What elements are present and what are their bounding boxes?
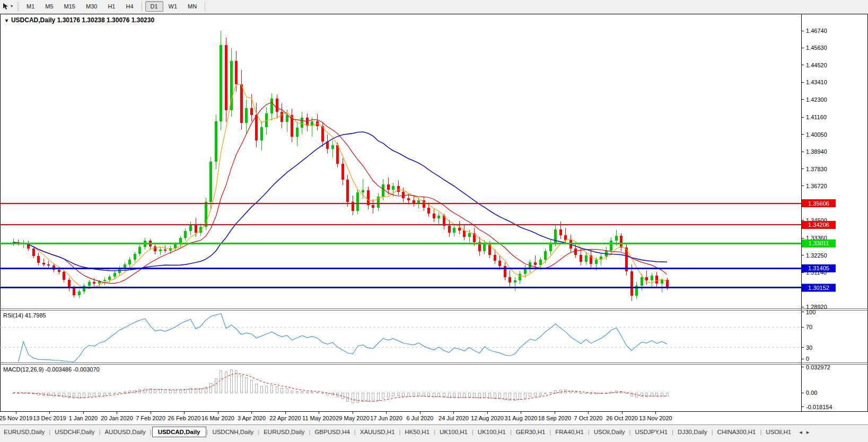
symbol-tab-uk100-h1[interactable]: UK100,H1	[436, 427, 471, 437]
rsi-tick-label: 30	[806, 344, 812, 351]
symbol-tab-dj30-daily[interactable]: DJ30,Daily	[674, 427, 711, 437]
candle-body	[427, 208, 430, 214]
date-tick-label: 24 Jul 2020	[439, 415, 469, 421]
symbol-tab-china300-h1[interactable]: CHINA300,H1	[714, 427, 760, 437]
candle-body	[276, 99, 278, 112]
date-tick-label: 12 Aug 2020	[471, 415, 504, 421]
symbol-tab-audusd-daily[interactable]: AUDUSD,Daily	[101, 427, 149, 437]
candle-body	[321, 126, 324, 142]
candle-body	[574, 249, 577, 255]
candle-body	[448, 226, 451, 233]
candle-body	[32, 249, 35, 256]
tab-scroll-left-icon[interactable]: ◂	[799, 429, 802, 436]
candle-body	[630, 271, 633, 295]
symbol-tab-hk50-h1[interactable]: HK50,H1	[401, 427, 433, 437]
macd-tick-label: 0.00	[806, 390, 817, 396]
chart-canvas[interactable]: 1.467401.456301.445201.434101.423001.411…	[0, 0, 868, 425]
candle-body	[580, 255, 582, 262]
price-tag-label: 1.34206	[808, 222, 829, 228]
candle-body	[407, 198, 410, 200]
collapse-triangle-icon[interactable]: ▼	[4, 18, 9, 23]
candle-body	[255, 115, 258, 140]
tab-scroll-right-icon[interactable]: ▸	[806, 429, 810, 436]
price-tag-label: 1.31405	[808, 265, 829, 271]
candle-body	[437, 216, 440, 219]
candle-body	[610, 241, 612, 250]
candle-body	[620, 236, 622, 248]
candle-body	[270, 99, 273, 113]
candle-body	[37, 256, 40, 263]
candle-body	[387, 184, 390, 190]
candle-body	[220, 45, 222, 121]
candle-body	[595, 260, 598, 263]
symbol-tab-ger30-h1[interactable]: GER30,H1	[512, 427, 549, 437]
price-tick-label: 1.44520	[806, 62, 827, 68]
candle-body	[458, 228, 461, 231]
candle-body	[615, 236, 618, 241]
candle-body	[508, 277, 511, 283]
symbol-tab-usdchf-daily[interactable]: USDCHF,Daily	[51, 427, 98, 437]
symbol-tab-usoil-daily[interactable]: USOil,Daily	[590, 427, 629, 437]
candle-body	[372, 205, 374, 208]
price-tick-label: 1.45630	[806, 45, 827, 51]
candle-body	[463, 231, 466, 237]
date-tick-label: 22 Apr 2020	[269, 415, 301, 421]
candle-body	[138, 247, 141, 254]
macd-histogram-bar	[316, 392, 318, 393]
chart-symbol-label: USDCAD,Daily	[11, 16, 55, 24]
symbol-tab-uk100-h1[interactable]: UK100,H1	[474, 427, 510, 437]
symbol-tab-usdjpy-h1[interactable]: USDJPY,H1	[631, 427, 671, 437]
candle-body	[230, 61, 233, 111]
candle-body	[195, 224, 197, 232]
date-tick-label: 29 May 2020	[336, 415, 370, 421]
date-tick-label: 31 Aug 2020	[505, 415, 538, 421]
candle-body	[453, 228, 455, 233]
candle-body	[483, 244, 486, 251]
chart-ohlc-values: 1.30176 1.30238 1.30076 1.30230	[57, 16, 155, 24]
candle-body	[73, 288, 75, 295]
candle-body	[164, 250, 166, 251]
candle-body	[124, 264, 126, 268]
candle-body	[209, 162, 212, 202]
candle-body	[524, 268, 527, 273]
candle-body	[154, 246, 156, 251]
macd-tick-label: 0.032972	[806, 364, 830, 370]
date-tick-label: 16 Mar 2020	[201, 415, 234, 421]
symbol-tab-usdcad-daily[interactable]: USDCAD,Daily	[152, 427, 206, 437]
price-tick-label: 1.42300	[806, 96, 827, 103]
symbol-tab-usdcnh-daily[interactable]: USDCNH,Daily	[208, 427, 257, 437]
candle-body	[367, 190, 370, 205]
candle-body	[514, 280, 516, 282]
price-tag-label: 1.30152	[808, 285, 829, 291]
candle-body	[382, 184, 384, 197]
date-tick-label: 26 Oct 2020	[606, 415, 638, 421]
price-tick-label: 1.41160	[806, 114, 827, 120]
symbol-tab-xauusd-h1[interactable]: XAUUSD,H1	[356, 427, 399, 437]
candle-body	[113, 273, 116, 277]
candle-body	[128, 260, 131, 265]
symbol-tab-gbpusd-h4[interactable]: GBPUSD,H4	[311, 427, 353, 437]
candle-body	[280, 112, 283, 122]
price-tick-label: 1.32250	[806, 252, 827, 259]
date-tick-label: 6 Jul 2020	[407, 415, 434, 421]
candle-body	[539, 260, 542, 265]
candle-body	[559, 229, 562, 235]
chart-title: ▼USDCAD,Daily 1.30176 1.30238 1.30076 1.…	[4, 16, 154, 24]
candle-body	[286, 115, 288, 122]
symbol-tab-usoil-h1[interactable]: USOil,H1	[762, 427, 795, 437]
symbol-tab-eurusd-daily[interactable]: EURUSD,Daily	[260, 427, 308, 437]
price-tag-label: 1.33011	[809, 240, 829, 246]
candle-body	[336, 145, 339, 164]
candle-body	[245, 108, 248, 123]
price-tick-label: 1.40050	[806, 131, 827, 138]
symbol-tab-bar: EURUSD,Daily|USDCHF,Daily|AUDUSD,Daily|U…	[0, 425, 868, 439]
candle-body	[498, 261, 501, 266]
candle-body	[311, 121, 313, 126]
date-tick-label: 13 Dec 2019	[33, 415, 66, 421]
symbol-tab-fra40-h1[interactable]: FRA40,H1	[551, 427, 588, 437]
symbol-tab-eurusd-daily[interactable]: EURUSD,Daily	[0, 427, 48, 437]
candle-body	[235, 61, 238, 84]
candle-body	[103, 280, 106, 281]
price-tick-label: 1.37830	[806, 166, 827, 172]
candle-body	[641, 277, 643, 286]
